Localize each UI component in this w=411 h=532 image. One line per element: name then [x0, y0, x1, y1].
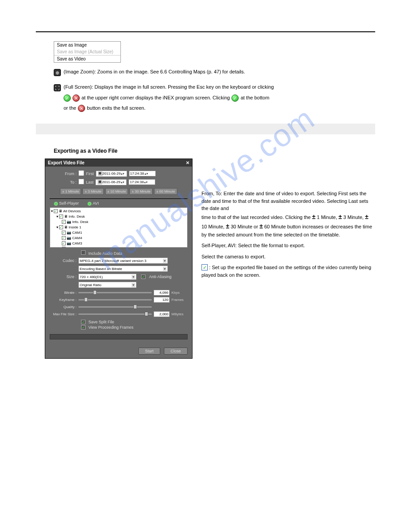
tree-checkbox[interactable] — [59, 225, 63, 229]
codec-mode-select[interactable]: Encoding Based on Bitrate — [78, 266, 168, 272]
quick-1min-button[interactable]: ± 1 Minute — [60, 188, 81, 195]
camera-tree[interactable]: ▾ 🖥 All Devices ▾ 🖥 Info. Desk 📷 Info. D… — [50, 207, 188, 248]
codec-select[interactable]: MPEG-4 part 2 Microsoft variant version … — [78, 257, 168, 264]
tree-checkbox[interactable] — [59, 215, 63, 219]
bitrate-label: Bitrate : — [50, 291, 77, 295]
quick-10min-button[interactable]: ± 10 Minute — [105, 188, 128, 195]
tree-checkbox[interactable] — [62, 231, 66, 235]
checkbox-desc: : Set up the exported file based on the … — [201, 265, 371, 278]
radio-dot-icon — [54, 202, 58, 206]
keyframe-value[interactable]: 120 — [154, 297, 170, 303]
export-dialog: Export Video File ✕ From : First ▦2011-0… — [45, 159, 193, 359]
keyframe-label: Keyframe : — [50, 298, 77, 302]
radio-dot-icon — [88, 202, 91, 206]
first-checkbox[interactable] — [78, 170, 84, 176]
calendar-icon: ▦ — [98, 180, 102, 184]
to-label: To : — [50, 180, 77, 184]
radio-avi[interactable]: AVI — [88, 201, 99, 206]
save-split-label: Save Split File — [89, 320, 115, 324]
fullscreen-right-text: at the upper right corner displays the i… — [81, 94, 230, 102]
include-audio-checkbox[interactable] — [81, 250, 86, 255]
quality-slider[interactable] — [78, 306, 152, 308]
maxfile-label: Max File Size : — [50, 312, 77, 316]
tree-checkbox[interactable] — [62, 247, 66, 248]
from-time[interactable]: 17:24:38▴▾ — [129, 171, 156, 176]
first-text: First — [86, 172, 94, 176]
time-spin[interactable]: ▴▾ — [144, 172, 149, 175]
quick-60min-button[interactable]: ± 60 Minute — [154, 188, 177, 195]
view-proc-checkbox[interactable] — [81, 325, 86, 330]
bitrate-unit: Kbps — [171, 291, 188, 295]
t30: 30 Minute or — [231, 224, 258, 229]
keyframe-unit: Frames — [171, 298, 188, 302]
to-time[interactable]: 17:24:38▴▾ — [128, 179, 155, 185]
dialog-title: Export Video File — [48, 160, 85, 165]
time-spin[interactable]: ▴▾ — [144, 181, 148, 183]
t10: 10 Minute, — [201, 224, 224, 229]
plusminus-icon: ± — [365, 213, 368, 220]
cancel-icon-2: ✕ — [78, 105, 85, 112]
date-spin[interactable]: ▴▾ — [120, 181, 125, 183]
magnifier-desc: (Image Zoom): Zooms in on the image. See… — [64, 69, 245, 74]
bitrate-value[interactable]: 4,096 — [154, 290, 170, 296]
from-date[interactable]: ▦2011-06-29▴▾ — [96, 171, 127, 177]
tree-checkbox[interactable] — [54, 209, 58, 213]
context-menu: Save as Image Save as Image (Actual Size… — [54, 41, 121, 63]
close-button[interactable]: Close — [164, 348, 188, 355]
keyframe-slider[interactable] — [78, 299, 152, 300]
quick-30min-button[interactable]: ± 30 Minute — [129, 188, 153, 195]
menu-item-save-video[interactable]: Save as Video — [54, 56, 120, 62]
fullscreen-desc: (Full Screen): Displays the image in ful… — [64, 84, 274, 90]
plusminus-icon: ± — [312, 213, 316, 220]
save-split-checkbox[interactable] — [81, 320, 86, 324]
magnifier-icon: ⊕ — [54, 69, 61, 76]
last-checkbox[interactable] — [78, 179, 84, 184]
quick-3min-button[interactable]: ± 3 Minute — [82, 188, 103, 195]
tree-checkbox[interactable] — [62, 220, 66, 224]
tree-checkbox[interactable] — [62, 236, 66, 240]
start-button[interactable]: Start — [138, 348, 160, 355]
quality-label: Quality : — [50, 305, 77, 309]
codec-label: Codec : — [50, 258, 77, 263]
exit-full-text-b: button exits the full screen. — [87, 104, 146, 112]
dialog-close-x[interactable]: ✕ — [186, 160, 189, 165]
maxfile-slider[interactable] — [78, 313, 152, 315]
camera-desc: Select the cameras to export. — [201, 253, 375, 261]
ok-icon-2: ✓ — [231, 94, 239, 102]
date-spin[interactable]: ▴▾ — [120, 172, 125, 175]
ratio-select[interactable]: Original Ratio — [78, 282, 137, 288]
cancel-icon: ✕ — [73, 94, 80, 102]
size-label: Size : — [50, 275, 77, 279]
tree-checkbox[interactable] — [62, 241, 66, 245]
fromto-desc-2: time to that of the last recorded video.… — [201, 215, 311, 220]
maxfile-unit: MBytes — [171, 312, 188, 316]
size-select[interactable]: 720 × 480(D1) — [78, 274, 137, 280]
antialias-label: Anti-Aliasing — [149, 275, 171, 279]
last-text: Last — [86, 180, 94, 184]
header-rule — [36, 31, 375, 32]
menu-item-save-image[interactable]: Save as Image — [54, 42, 120, 48]
t3: 3 Minute, — [343, 215, 364, 220]
section-bar — [36, 124, 375, 134]
bitrate-slider[interactable] — [78, 292, 152, 293]
antialias-checkbox[interactable] — [141, 275, 146, 279]
to-date[interactable]: ▦2011-06-29▴▾ — [95, 179, 127, 185]
calendar-icon: ▦ — [98, 172, 103, 176]
radio-self-player[interactable]: Self-Player — [54, 201, 79, 206]
section-title: Exporting as a Video File — [54, 148, 375, 154]
exit-full-text-a: or the — [64, 104, 76, 112]
view-proc-label: View Proceeding Frames — [89, 325, 133, 330]
fromto-desc-1: From, To: Enter the date and time of vid… — [201, 190, 375, 212]
progress-bar — [50, 334, 188, 339]
from-label: From : — [50, 172, 77, 176]
plusminus-icon: ± — [338, 213, 342, 220]
maxfile-value[interactable]: 2,000 — [154, 311, 170, 317]
checkbox-icon: ✓ — [201, 264, 208, 270]
menu-item-save-image-actual: Save as Image (Actual Size) — [54, 48, 120, 55]
plusminus-icon: ± — [259, 223, 263, 230]
t1: 1 Minute, — [317, 215, 337, 220]
plusminus-icon: ± — [226, 223, 229, 230]
ok-icon: ✓ — [64, 94, 71, 102]
fullscreen-trailer: at the bottom — [240, 94, 269, 102]
format-desc: Self-Player, AVI: Select the file format… — [201, 242, 375, 249]
